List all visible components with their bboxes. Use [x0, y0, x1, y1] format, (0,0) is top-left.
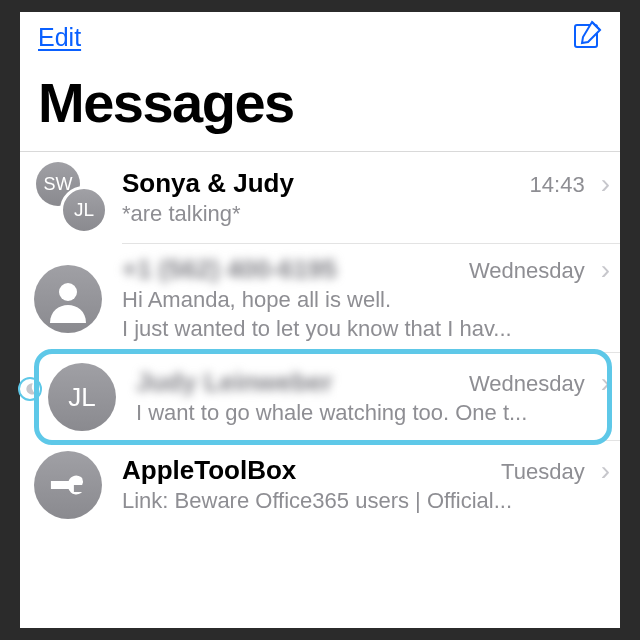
conversation-row[interactable]: AppleToolBox Tuesday › Link: Beware Offi… [20, 441, 620, 529]
do-not-disturb-badge [18, 377, 42, 401]
conversation-list: SW JL Sonya & Judy 14:43 › *are talking*… [20, 152, 620, 529]
conversation-info: Sonya & Judy 14:43 › *are talking* [122, 168, 610, 229]
conversation-name: Judy Leinweber [136, 367, 459, 398]
messages-app: Edit Messages SW JL Sonya & Judy 14:43 › [20, 12, 620, 628]
conversation-info: AppleToolBox Tuesday › Link: Beware Offi… [122, 455, 610, 516]
svg-point-2 [59, 283, 77, 301]
conversation-time: 14:43 [530, 172, 585, 198]
conversation-preview: Hi Amanda, hope all is well. I just want… [122, 286, 610, 343]
avatar: JL [48, 363, 116, 431]
conversation-time: Tuesday [501, 459, 585, 485]
conversation-name: AppleToolBox [122, 455, 491, 486]
conversation-info: +1 (562) 400-6195 Wednesday › Hi Amanda,… [122, 254, 610, 343]
chevron-right-icon: › [601, 168, 610, 200]
wrench-icon [40, 457, 97, 514]
chevron-right-icon: › [601, 455, 610, 487]
conversation-preview: *are talking* [122, 200, 610, 229]
conversation-name: +1 (562) 400-6195 [122, 254, 459, 285]
conversation-name: Sonya & Judy [122, 168, 520, 199]
conversation-preview: I want to go whale watching too. One t..… [136, 399, 610, 428]
avatar [34, 451, 102, 519]
avatar: JL [60, 186, 108, 234]
conversation-time: Wednesday [469, 371, 585, 397]
conversation-row[interactable]: +1 (562) 400-6195 Wednesday › Hi Amanda,… [20, 244, 620, 353]
compose-icon [572, 20, 602, 50]
nav-bar: Edit [20, 12, 620, 58]
conversation-info: Judy Leinweber Wednesday › I want to go … [136, 367, 610, 428]
conversation-time: Wednesday [469, 258, 585, 284]
conversation-row[interactable]: SW JL Sonya & Judy 14:43 › *are talking* [20, 152, 620, 244]
group-avatar: SW JL [34, 162, 114, 234]
moon-icon [23, 382, 37, 396]
compose-button[interactable] [572, 20, 602, 54]
highlighted-row-wrap: JL Judy Leinweber Wednesday › I want to … [20, 353, 620, 441]
edit-button[interactable]: Edit [38, 23, 81, 52]
chevron-right-icon: › [601, 367, 610, 399]
conversation-row[interactable]: JL Judy Leinweber Wednesday › I want to … [20, 353, 620, 441]
avatar [34, 265, 102, 333]
page-title: Messages [20, 58, 620, 151]
chevron-right-icon: › [601, 254, 610, 286]
conversation-preview: Link: Beware Office365 users | Official.… [122, 487, 610, 516]
person-icon [44, 275, 92, 323]
